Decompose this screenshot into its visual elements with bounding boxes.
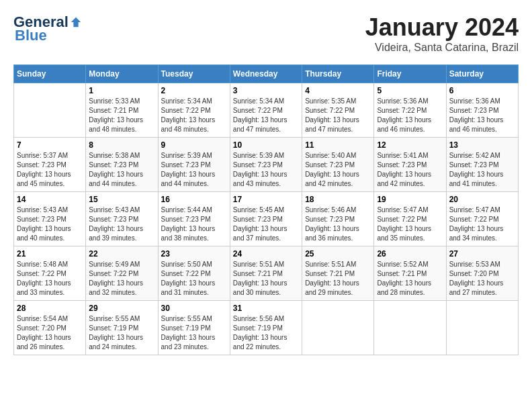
day-cell: 15Sunrise: 5:43 AMSunset: 7:23 PMDayligh… bbox=[86, 192, 158, 246]
day-info: Sunrise: 5:38 AMSunset: 7:23 PMDaylight:… bbox=[89, 151, 154, 189]
day-info: Sunrise: 5:43 AMSunset: 7:23 PMDaylight:… bbox=[17, 205, 83, 243]
day-info: Sunrise: 5:51 AMSunset: 7:21 PMDaylight:… bbox=[305, 260, 371, 298]
day-cell: 6Sunrise: 5:36 AMSunset: 7:23 PMDaylight… bbox=[446, 83, 518, 138]
day-info: Sunrise: 5:56 AMSunset: 7:19 PMDaylight:… bbox=[233, 314, 299, 352]
day-cell: 1Sunrise: 5:33 AMSunset: 7:21 PMDaylight… bbox=[86, 83, 158, 138]
day-info: Sunrise: 5:39 AMSunset: 7:23 PMDaylight:… bbox=[233, 151, 299, 189]
col-header-thursday: Thursday bbox=[302, 65, 374, 83]
day-cell: 31Sunrise: 5:56 AMSunset: 7:19 PMDayligh… bbox=[230, 301, 302, 355]
day-cell bbox=[302, 301, 374, 355]
col-header-saturday: Saturday bbox=[446, 65, 518, 83]
col-header-tuesday: Tuesday bbox=[158, 65, 230, 83]
day-number: 27 bbox=[449, 249, 515, 259]
header-row: SundayMondayTuesdayWednesdayThursdayFrid… bbox=[14, 65, 519, 83]
day-cell: 26Sunrise: 5:52 AMSunset: 7:21 PMDayligh… bbox=[374, 246, 446, 301]
day-info: Sunrise: 5:42 AMSunset: 7:23 PMDaylight:… bbox=[449, 151, 515, 189]
day-number: 23 bbox=[161, 249, 227, 259]
day-info: Sunrise: 5:48 AMSunset: 7:22 PMDaylight:… bbox=[17, 260, 83, 298]
day-info: Sunrise: 5:34 AMSunset: 7:22 PMDaylight:… bbox=[233, 97, 299, 134]
day-number: 25 bbox=[305, 249, 371, 259]
day-number: 8 bbox=[89, 140, 154, 150]
day-cell: 18Sunrise: 5:46 AMSunset: 7:23 PMDayligh… bbox=[302, 192, 374, 246]
day-number: 29 bbox=[89, 304, 154, 313]
day-info: Sunrise: 5:37 AMSunset: 7:23 PMDaylight:… bbox=[17, 151, 83, 189]
day-info: Sunrise: 5:53 AMSunset: 7:20 PMDaylight:… bbox=[449, 260, 515, 298]
day-number: 2 bbox=[161, 86, 227, 95]
week-row-3: 14Sunrise: 5:43 AMSunset: 7:23 PMDayligh… bbox=[14, 192, 519, 246]
week-row-5: 28Sunrise: 5:54 AMSunset: 7:20 PMDayligh… bbox=[14, 301, 519, 355]
calendar-table: SundayMondayTuesdayWednesdayThursdayFrid… bbox=[13, 64, 519, 355]
day-number: 5 bbox=[377, 86, 443, 95]
day-cell: 11Sunrise: 5:40 AMSunset: 7:23 PMDayligh… bbox=[302, 138, 374, 192]
day-cell: 4Sunrise: 5:35 AMSunset: 7:22 PMDaylight… bbox=[302, 83, 374, 138]
day-number: 11 bbox=[305, 140, 371, 150]
day-cell: 13Sunrise: 5:42 AMSunset: 7:23 PMDayligh… bbox=[446, 138, 518, 192]
location: Videira, Santa Catarina, Brazil bbox=[365, 42, 519, 54]
day-number: 17 bbox=[233, 195, 299, 204]
day-cell: 19Sunrise: 5:47 AMSunset: 7:22 PMDayligh… bbox=[374, 192, 446, 246]
day-cell: 7Sunrise: 5:37 AMSunset: 7:23 PMDaylight… bbox=[14, 138, 86, 192]
day-number: 3 bbox=[233, 86, 299, 95]
day-cell: 14Sunrise: 5:43 AMSunset: 7:23 PMDayligh… bbox=[14, 192, 86, 246]
day-cell: 29Sunrise: 5:55 AMSunset: 7:19 PMDayligh… bbox=[86, 301, 158, 355]
day-info: Sunrise: 5:43 AMSunset: 7:23 PMDaylight:… bbox=[89, 205, 154, 243]
day-number: 18 bbox=[305, 195, 371, 204]
day-cell bbox=[374, 301, 446, 355]
day-info: Sunrise: 5:55 AMSunset: 7:19 PMDaylight:… bbox=[161, 314, 227, 352]
day-number: 31 bbox=[233, 304, 299, 313]
day-cell: 2Sunrise: 5:34 AMSunset: 7:22 PMDaylight… bbox=[158, 83, 230, 138]
day-number: 12 bbox=[377, 140, 443, 150]
logo: General Blue bbox=[13, 13, 82, 44]
title-section: January 2024 Videira, Santa Catarina, Br… bbox=[365, 13, 519, 54]
day-number: 24 bbox=[233, 249, 299, 259]
col-header-wednesday: Wednesday bbox=[230, 65, 302, 83]
day-number: 26 bbox=[377, 249, 443, 259]
day-info: Sunrise: 5:40 AMSunset: 7:23 PMDaylight:… bbox=[305, 151, 371, 189]
day-cell: 8Sunrise: 5:38 AMSunset: 7:23 PMDaylight… bbox=[86, 138, 158, 192]
day-info: Sunrise: 5:47 AMSunset: 7:22 PMDaylight:… bbox=[449, 205, 515, 243]
day-number: 10 bbox=[233, 140, 299, 150]
svg-marker-0 bbox=[71, 17, 81, 27]
day-number: 7 bbox=[17, 140, 83, 150]
day-info: Sunrise: 5:35 AMSunset: 7:22 PMDaylight:… bbox=[305, 97, 371, 134]
day-cell: 20Sunrise: 5:47 AMSunset: 7:22 PMDayligh… bbox=[446, 192, 518, 246]
logo-blue: Blue bbox=[15, 27, 47, 44]
day-number: 22 bbox=[89, 249, 154, 259]
day-cell: 16Sunrise: 5:44 AMSunset: 7:23 PMDayligh… bbox=[158, 192, 230, 246]
week-row-4: 21Sunrise: 5:48 AMSunset: 7:22 PMDayligh… bbox=[14, 246, 519, 301]
page-header: General Blue January 2024 Videira, Santa… bbox=[13, 13, 519, 54]
week-row-1: 1Sunrise: 5:33 AMSunset: 7:21 PMDaylight… bbox=[14, 83, 519, 138]
week-row-2: 7Sunrise: 5:37 AMSunset: 7:23 PMDaylight… bbox=[14, 138, 519, 192]
day-number: 4 bbox=[305, 86, 371, 95]
day-info: Sunrise: 5:54 AMSunset: 7:20 PMDaylight:… bbox=[17, 314, 83, 352]
day-number: 21 bbox=[17, 249, 83, 259]
day-number: 14 bbox=[17, 195, 83, 204]
day-cell: 23Sunrise: 5:50 AMSunset: 7:22 PMDayligh… bbox=[158, 246, 230, 301]
day-number: 16 bbox=[161, 195, 227, 204]
col-header-sunday: Sunday bbox=[14, 65, 86, 83]
day-info: Sunrise: 5:36 AMSunset: 7:22 PMDaylight:… bbox=[377, 97, 443, 134]
day-info: Sunrise: 5:39 AMSunset: 7:23 PMDaylight:… bbox=[161, 151, 227, 189]
day-cell: 27Sunrise: 5:53 AMSunset: 7:20 PMDayligh… bbox=[446, 246, 518, 301]
day-info: Sunrise: 5:36 AMSunset: 7:23 PMDaylight:… bbox=[449, 97, 515, 134]
day-number: 6 bbox=[449, 86, 515, 95]
day-cell: 24Sunrise: 5:51 AMSunset: 7:21 PMDayligh… bbox=[230, 246, 302, 301]
day-info: Sunrise: 5:51 AMSunset: 7:21 PMDaylight:… bbox=[233, 260, 299, 298]
day-cell bbox=[446, 301, 518, 355]
day-cell: 17Sunrise: 5:45 AMSunset: 7:23 PMDayligh… bbox=[230, 192, 302, 246]
day-number: 13 bbox=[449, 140, 515, 150]
day-number: 28 bbox=[17, 304, 83, 313]
day-cell: 10Sunrise: 5:39 AMSunset: 7:23 PMDayligh… bbox=[230, 138, 302, 192]
day-number: 1 bbox=[89, 86, 154, 95]
day-cell: 5Sunrise: 5:36 AMSunset: 7:22 PMDaylight… bbox=[374, 83, 446, 138]
day-info: Sunrise: 5:33 AMSunset: 7:21 PMDaylight:… bbox=[89, 97, 154, 134]
day-cell: 3Sunrise: 5:34 AMSunset: 7:22 PMDaylight… bbox=[230, 83, 302, 138]
day-number: 19 bbox=[377, 195, 443, 204]
day-number: 30 bbox=[161, 304, 227, 313]
day-cell: 21Sunrise: 5:48 AMSunset: 7:22 PMDayligh… bbox=[14, 246, 86, 301]
day-info: Sunrise: 5:52 AMSunset: 7:21 PMDaylight:… bbox=[377, 260, 443, 298]
day-info: Sunrise: 5:34 AMSunset: 7:22 PMDaylight:… bbox=[161, 97, 227, 134]
day-cell: 12Sunrise: 5:41 AMSunset: 7:23 PMDayligh… bbox=[374, 138, 446, 192]
day-info: Sunrise: 5:46 AMSunset: 7:23 PMDaylight:… bbox=[305, 205, 371, 243]
day-info: Sunrise: 5:47 AMSunset: 7:22 PMDaylight:… bbox=[377, 205, 443, 243]
